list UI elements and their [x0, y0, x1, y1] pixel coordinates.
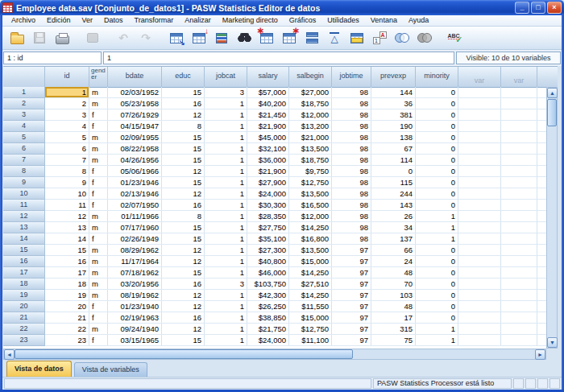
recall-dialogs-button[interactable] — [81, 27, 104, 48]
horizontal-scrollbar[interactable]: ◄ ► — [3, 349, 546, 360]
cell-id[interactable]: 6 — [45, 143, 89, 154]
find-button[interactable] — [233, 27, 255, 48]
cell-var[interactable] — [501, 121, 537, 131]
cell-jobcat[interactable]: 1 — [205, 121, 247, 131]
cell-bdate[interactable]: 02/09/1955 — [108, 132, 162, 142]
row-number[interactable]: 1 — [3, 87, 45, 98]
cell-jobcat[interactable]: 1 — [205, 267, 247, 278]
cell-var[interactable] — [458, 335, 501, 345]
cell-var[interactable] — [458, 98, 501, 109]
cell-jobcat[interactable]: 1 — [205, 256, 247, 266]
menu-ayuda[interactable]: Ayuda — [403, 15, 434, 26]
cell-gender[interactable]: f — [89, 312, 108, 323]
cell-bdate[interactable]: 07/26/1929 — [108, 109, 162, 120]
weight-cases-button[interactable]: △ — [323, 27, 346, 48]
goto-case-button[interactable]: ↘ — [165, 27, 188, 48]
cell-var[interactable] — [458, 233, 501, 244]
cell-minority[interactable]: 0 — [416, 166, 458, 176]
cell-salbegin[interactable]: $13,200 — [289, 121, 332, 131]
cell-educ[interactable]: 8 — [162, 121, 205, 131]
cell-prevexp[interactable]: 26 — [371, 211, 416, 221]
row-number[interactable]: 2 — [3, 98, 45, 109]
cell-educ[interactable]: 12 — [162, 301, 205, 312]
cell-minority[interactable]: 0 — [416, 109, 458, 120]
column-header-id[interactable]: id — [45, 67, 89, 88]
cell-bdate[interactable]: 02/07/1950 — [108, 200, 162, 210]
cell-minority[interactable]: 0 — [416, 279, 458, 289]
row-number[interactable]: 17 — [3, 267, 45, 279]
cell-jobcat[interactable]: 3 — [205, 279, 247, 289]
menu-archivo[interactable]: Archivo — [6, 15, 41, 26]
cell-bdate[interactable]: 03/20/1956 — [108, 279, 162, 289]
menu-ventana[interactable]: Ventana — [365, 15, 403, 26]
cell-var[interactable] — [458, 166, 501, 176]
menu-utilidades[interactable]: Utilidades — [321, 15, 365, 26]
cell-jobtime[interactable]: 98 — [332, 188, 371, 199]
cell-salbegin[interactable]: $11,550 — [289, 301, 332, 312]
cell-var[interactable] — [501, 98, 537, 109]
tab-vista-de-datos[interactable]: Vista de datos — [6, 361, 72, 377]
cell-id[interactable]: 4 — [45, 121, 89, 131]
row-number[interactable]: 20 — [3, 301, 45, 312]
horizontal-scroll-track[interactable] — [353, 349, 535, 359]
cell-bdate[interactable]: 02/13/1946 — [108, 188, 162, 199]
cell-gender[interactable]: f — [89, 188, 108, 199]
cell-var[interactable] — [458, 177, 501, 188]
cell-jobcat[interactable]: 1 — [205, 324, 247, 334]
cell-var[interactable] — [458, 121, 501, 131]
cell-jobtime[interactable]: 98 — [332, 121, 371, 131]
use-variable-sets-button[interactable] — [391, 27, 413, 48]
cell-minority[interactable]: 0 — [416, 256, 458, 266]
cell-salary[interactable]: $27,900 — [247, 177, 289, 188]
cell-bdate[interactable]: 02/19/1963 — [108, 312, 162, 323]
tab-vista-de-variables[interactable]: Vista de variables — [74, 362, 147, 377]
cell-id[interactable]: 12 — [45, 211, 89, 221]
cell-prevexp[interactable]: 115 — [371, 177, 416, 188]
row-number[interactable]: 8 — [3, 166, 45, 177]
cell-gender[interactable]: m — [89, 256, 108, 266]
cell-var[interactable] — [501, 312, 537, 323]
cell-jobcat[interactable]: 1 — [205, 245, 247, 255]
cell-jobcat[interactable]: 1 — [205, 98, 247, 109]
cell-bdate[interactable]: 01/23/1940 — [108, 301, 162, 312]
cell-id[interactable]: 13 — [45, 222, 89, 233]
cell-var[interactable] — [458, 87, 501, 97]
cell-var[interactable] — [458, 155, 501, 165]
cell-salbegin[interactable]: $14,250 — [289, 222, 332, 233]
cell-var[interactable] — [501, 335, 537, 345]
cell-minority[interactable]: 0 — [416, 312, 458, 323]
cell-var[interactable] — [458, 290, 501, 300]
cell-salbegin[interactable]: $21,000 — [289, 132, 332, 142]
cell-var[interactable] — [501, 109, 537, 120]
cell-prevexp[interactable]: 244 — [371, 188, 416, 199]
cell-minority[interactable]: 0 — [416, 155, 458, 165]
row-number[interactable]: 22 — [3, 324, 45, 335]
cell-salbegin[interactable]: $12,750 — [289, 177, 332, 188]
cell-jobtime[interactable]: 97 — [332, 245, 371, 255]
cell-gender[interactable]: f — [89, 109, 108, 120]
split-file-button[interactable] — [301, 27, 323, 48]
cell-bdate[interactable]: 11/17/1964 — [108, 256, 162, 266]
cell-var[interactable] — [501, 256, 537, 266]
insert-variable-button[interactable]: ∗ — [278, 27, 301, 48]
cell-salary[interactable]: $21,900 — [247, 166, 289, 176]
cell-var[interactable] — [458, 312, 501, 323]
cell-jobcat[interactable]: 1 — [205, 177, 247, 188]
cell-jobtime[interactable]: 98 — [332, 177, 371, 188]
cell-bdate[interactable]: 05/06/1966 — [108, 166, 162, 176]
row-number[interactable]: 4 — [3, 121, 45, 132]
cell-bdate[interactable]: 01/11/1966 — [108, 211, 162, 221]
scroll-left-arrow-icon[interactable]: ◄ — [4, 349, 15, 360]
cell-salbegin[interactable]: $11,100 — [289, 335, 332, 345]
cell-gender[interactable]: m — [89, 245, 108, 255]
cell-var[interactable] — [458, 256, 501, 266]
cell-id[interactable]: 8 — [45, 166, 89, 176]
cell-minority[interactable]: 1 — [416, 324, 458, 334]
cell-educ[interactable]: 12 — [162, 109, 205, 120]
cell-gender[interactable]: m — [89, 279, 108, 289]
cell-id[interactable]: 7 — [45, 155, 89, 165]
cell-salary[interactable]: $21,900 — [247, 121, 289, 131]
cell-var[interactable] — [458, 301, 501, 312]
row-number[interactable]: 15 — [3, 245, 45, 256]
cell-prevexp[interactable]: 144 — [371, 87, 416, 97]
